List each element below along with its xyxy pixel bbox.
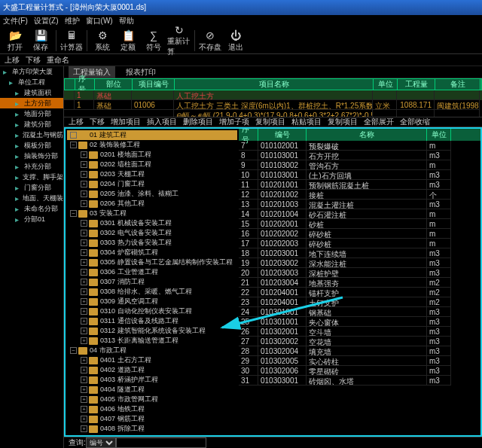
category-tree[interactable]: −01 建筑工程−02 装饰装修工程+0201 楼地面工程+0202 墙柱面工程… — [66, 129, 239, 435]
tab-input[interactable]: 工程量输入 — [69, 66, 115, 78]
mid-btn[interactable]: 复制项目 — [255, 117, 285, 127]
item-row[interactable]: 24010301001钢基础m3 — [239, 307, 480, 317]
cat-node[interactable]: +0303 热力设备安装工程 — [67, 238, 237, 248]
project-tree[interactable]: ▸单方印荣大厦▸单位工程▸建筑面积▸土方分部▸地面分部▸建筑分部▸混凝土与钢筋▸… — [0, 66, 64, 448]
main-grid[interactable]: 1基础人工挖土方1基础01006人工挖土方 三类土 深度(6m以内)1、群桩挖土… — [64, 90, 482, 117]
cat-node[interactable]: −02 装饰装修工程 — [67, 140, 237, 150]
cat-node[interactable]: +0307 消防工程 — [67, 277, 237, 287]
item-row[interactable]: 27010302002空花墙m3 — [239, 337, 480, 346]
cat-node[interactable]: −04 市政工程 — [67, 346, 237, 355]
toolbar-不存盘[interactable]: ⊘不存盘 — [198, 29, 222, 53]
menu-item[interactable]: 维护 — [65, 16, 80, 26]
cat-node[interactable]: +0407 钢筋工程 — [67, 414, 237, 424]
tree-node[interactable]: ▸补充分部 — [0, 161, 63, 172]
cat-node[interactable]: +0203 天棚工程 — [67, 169, 237, 179]
cat-node[interactable]: +0205 油漆、涂料、裱糊工 — [67, 189, 237, 199]
item-row[interactable]: 16010202002碎砂桩m — [239, 229, 480, 239]
item-row[interactable]: 11010201001预制钢筋混凝土桩m3 — [239, 180, 480, 190]
item-row[interactable]: 29010302005实心砖柱m3 — [239, 356, 480, 366]
tab-report[interactable]: 报表打印 — [121, 66, 160, 78]
toolbar-定额[interactable]: 📋定额 — [116, 29, 140, 53]
tree-node[interactable]: ▸模板分部 — [0, 140, 63, 151]
mid-btn[interactable]: 上移 — [69, 117, 84, 127]
cat-node[interactable]: +0310 自动化控制仪表安装工程 — [67, 306, 237, 316]
tree-node[interactable]: ▸支撑、脚手架 — [0, 172, 63, 182]
mid-btn[interactable]: 全部收缩 — [400, 117, 430, 127]
item-row[interactable]: 17010202003碎砂桩m — [239, 239, 480, 248]
cat-node[interactable]: +0301 机械设备安装工程 — [67, 218, 237, 228]
mid-btn[interactable]: 复制项目 — [328, 117, 358, 127]
menu-item[interactable]: 设置(Z) — [34, 16, 59, 26]
tree-node[interactable]: ▸地面、天棚装 — [0, 193, 63, 203]
item-row[interactable]: 23010204001土钉支护m2 — [239, 297, 480, 307]
toolbar-重新计算[interactable]: ↻重新计算 — [167, 29, 191, 53]
item-row[interactable]: 10010103001(土)石方回填m3 — [239, 170, 480, 180]
cat-node[interactable]: +0311 通信设备及线路工程 — [67, 316, 237, 326]
item-row[interactable]: 13010201003混凝土灌注桩m3 — [239, 200, 480, 209]
item-row[interactable]: 18010203001地下连续墙m3 — [239, 248, 480, 258]
item-row[interactable]: 31010303001砖烟囟、水塔m3 — [239, 376, 480, 386]
tree-node[interactable]: ▸混凝土与钢筋 — [0, 130, 63, 140]
menu-item[interactable]: 窗口(W) — [86, 16, 113, 26]
item-row[interactable]: 26010302001空斗墙m3 — [239, 327, 480, 337]
cat-node[interactable]: +0206 其他工程 — [67, 199, 237, 209]
toolbar-退出[interactable]: ⏻退出 — [224, 29, 248, 53]
cat-node[interactable]: +0406 地铁工程 — [67, 404, 237, 414]
tree-node[interactable]: ▸门窗分部 — [0, 182, 63, 193]
tree-node[interactable]: ▸土方分部 — [0, 98, 63, 108]
sub-btn[interactable]: 重命名 — [47, 56, 69, 64]
tree-node[interactable]: ▸单方印荣大厦 — [0, 66, 63, 77]
toolbar-打开[interactable]: 📂打开 — [3, 29, 27, 53]
mid-btn[interactable]: 全部展开 — [364, 117, 394, 127]
cat-node[interactable]: +0312 建筑智能化系统设备安装工程 — [67, 326, 237, 336]
cat-node[interactable]: +0313 长距离输送管道工程 — [67, 336, 237, 346]
mid-btn[interactable]: 插入项目 — [147, 117, 177, 127]
menu-item[interactable]: 帮助 — [119, 16, 134, 26]
sub-btn[interactable]: 上移 — [5, 56, 20, 64]
mid-btn[interactable]: 删除项目 — [183, 117, 213, 127]
mid-btn[interactable]: 增加子项 — [219, 117, 249, 127]
search-input[interactable] — [116, 437, 206, 448]
sub-btn[interactable]: 下移 — [26, 56, 41, 64]
tree-node[interactable]: ▸分部01 — [0, 214, 63, 224]
menu-item[interactable]: 文件(F) — [3, 16, 28, 26]
item-row[interactable]: 8010103001石方开挖m3 — [239, 151, 480, 160]
item-grid[interactable]: 序号编号名称单位 7010102001预裂爆破m8010103001石方开挖m3… — [239, 129, 480, 435]
item-row[interactable]: 28010302004填充墙m3 — [239, 346, 480, 356]
toolbar-系统[interactable]: ⚙系统 — [90, 29, 114, 53]
toolbar-计算器[interactable]: 🖩计算器 — [59, 29, 84, 53]
cat-node[interactable]: +0402 道路工程 — [67, 365, 237, 375]
cat-node[interactable]: +0401 土石方工程 — [67, 355, 237, 365]
mid-btn[interactable]: 粘贴项目 — [291, 117, 322, 127]
cat-node[interactable]: +0201 楼地面工程 — [67, 150, 237, 160]
cat-node[interactable]: +0302 电气设备安装工程 — [67, 228, 237, 238]
cat-node[interactable]: +0202 墙柱面工程 — [67, 160, 237, 169]
item-row[interactable]: 25010301001夹心窗体m3 — [239, 317, 480, 327]
item-row[interactable]: 21010203004地基强夯m2 — [239, 278, 480, 288]
item-row[interactable]: 22010204001锚杆支护m2 — [239, 288, 480, 297]
cat-node[interactable]: +0405 市政管网工程 — [67, 395, 237, 404]
item-row[interactable]: 14010201004砂石灌注桩m — [239, 209, 480, 219]
item-row[interactable]: 12010201002接桩个 — [239, 190, 480, 200]
tree-node[interactable]: ▸建筑分部 — [0, 119, 63, 130]
tree-node[interactable]: ▸抽装饰分部 — [0, 151, 63, 161]
item-row[interactable]: 7010102001预裂爆破m — [239, 141, 480, 151]
toolbar-符号[interactable]: ∑符号 — [142, 29, 166, 53]
tree-node[interactable]: ▸建筑面积 — [0, 87, 63, 98]
cat-node[interactable]: +0308 给排水、采暖、燃气工程 — [67, 287, 237, 297]
cat-node[interactable]: +0204 门窗工程 — [67, 179, 237, 189]
item-row[interactable]: 9010103002管沟石方m — [239, 160, 480, 170]
mid-btn[interactable]: 增加项目 — [111, 117, 141, 127]
item-row[interactable]: 15010202001砂桩m — [239, 219, 480, 229]
cat-node[interactable]: +0305 静置设备与工艺金属结构制作安装工程 — [67, 258, 237, 267]
mid-btn[interactable]: 下移 — [90, 117, 105, 127]
cat-node[interactable]: −03 安装工程 — [67, 209, 237, 218]
search-field-select[interactable]: 编号 — [86, 437, 116, 448]
cat-node[interactable]: +0408 拆除工程 — [67, 424, 237, 434]
tree-node[interactable]: ▸单位工程 — [0, 77, 63, 87]
item-row[interactable]: 20010203003深桩护壁m3 — [239, 268, 480, 278]
cat-node[interactable]: +0304 炉窑砌筑工程 — [67, 248, 237, 258]
cat-node[interactable]: +0309 通风空调工程 — [67, 297, 237, 306]
tree-node[interactable]: ▸未命名分部 — [0, 203, 63, 214]
item-row[interactable]: 19010203002深水能注桩m3 — [239, 258, 480, 268]
